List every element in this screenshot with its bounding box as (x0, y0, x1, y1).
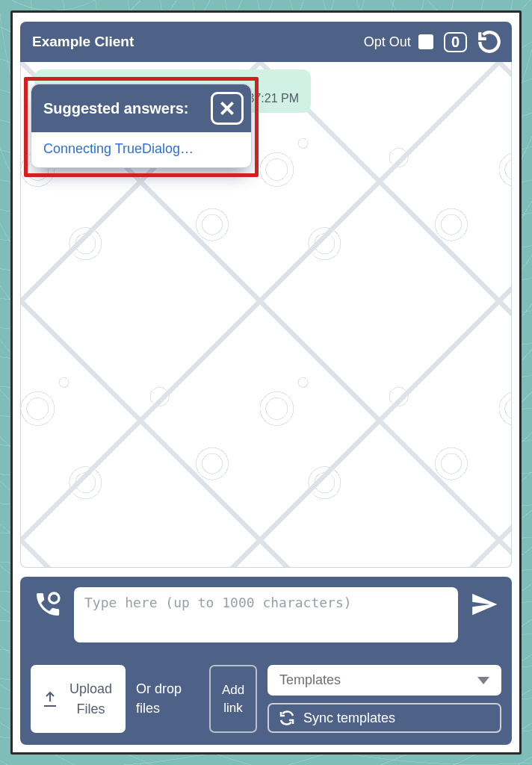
send-button[interactable] (467, 587, 501, 622)
upload-label: Upload Files (69, 679, 112, 719)
upload-files-button[interactable]: Upload Files (31, 665, 126, 733)
opt-out-label: Opt Out (364, 34, 411, 50)
templates-dropdown[interactable]: Templates (267, 665, 501, 696)
sync-label: Sync templates (303, 710, 395, 726)
message-input[interactable] (74, 587, 458, 642)
drop-files-label: Or drop files (136, 680, 199, 717)
call-button[interactable] (31, 587, 65, 622)
add-link-button[interactable]: Add link (209, 665, 257, 733)
composer: Upload Files Or drop files Add link Temp… (20, 577, 512, 745)
phone-icon (33, 589, 63, 619)
app-frame: Example Client Opt Out 0 1:37:21 PM (10, 10, 522, 755)
chevron-down-icon (477, 677, 489, 684)
add-link-label: Add link (211, 681, 256, 717)
popup-header: Suggested answers: (31, 84, 251, 132)
upload-icon (41, 690, 59, 708)
client-name: Example Client (32, 34, 134, 50)
popup-body: Connecting TrueDialog… (31, 132, 251, 167)
suggested-answers-popup: Suggested answers: Connecting TrueDialog… (31, 84, 252, 168)
popup-title: Suggested answers: (43, 100, 189, 117)
send-icon (470, 590, 498, 619)
refresh-icon (477, 29, 502, 55)
svg-point-0 (49, 593, 59, 603)
unread-badge: 0 (444, 32, 467, 52)
sync-templates-button[interactable]: Sync templates (267, 703, 501, 733)
opt-out-checkbox[interactable] (418, 34, 433, 49)
refresh-button[interactable] (474, 27, 504, 57)
sync-icon (278, 709, 296, 727)
opt-out-group: Opt Out (364, 34, 433, 50)
chat-header: Example Client Opt Out 0 (20, 22, 512, 62)
templates-label: Templates (279, 672, 341, 688)
close-icon (217, 99, 237, 118)
popup-close-button[interactable] (211, 92, 244, 125)
suggested-answer-link[interactable]: Connecting TrueDialog… (43, 141, 194, 156)
